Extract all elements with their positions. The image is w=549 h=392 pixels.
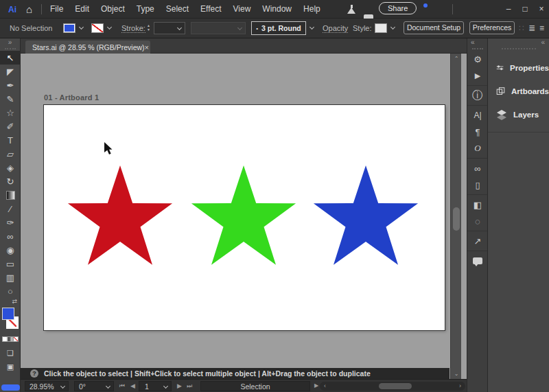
- status-expand-icon[interactable]: ▶: [314, 382, 318, 389]
- vertical-scroll-thumb[interactable]: [453, 207, 460, 231]
- menu-help[interactable]: Help: [303, 4, 321, 14]
- stroke-color-swatch[interactable]: [91, 23, 104, 33]
- style-swatch[interactable]: [375, 23, 387, 33]
- opacity-label[interactable]: Opacity: [323, 24, 348, 33]
- artboard[interactable]: [44, 105, 445, 330]
- chevron-down-icon[interactable]: [390, 25, 395, 30]
- chevron-down-icon[interactable]: [107, 25, 112, 30]
- tab-properties[interactable]: Properties: [488, 56, 549, 80]
- first-artboard-icon[interactable]: ⏮: [119, 382, 125, 390]
- comments-icon[interactable]: [467, 253, 488, 269]
- character-icon[interactable]: A|: [467, 107, 488, 124]
- tab-artboards[interactable]: Artboards: [488, 80, 549, 103]
- scroll-right-icon[interactable]: ›: [459, 382, 461, 391]
- knife-tool[interactable]: ∕: [0, 202, 21, 216]
- stroke-label[interactable]: Stroke:: [121, 24, 145, 33]
- screen-mode-icon[interactable]: ▣: [0, 360, 21, 373]
- collapse-panel-icon[interactable]: «: [467, 38, 487, 47]
- last-artboard-icon[interactable]: ⏭: [187, 382, 192, 390]
- chevron-down-icon[interactable]: [309, 25, 314, 30]
- menu-view[interactable]: View: [233, 4, 252, 14]
- vertical-scrollbar[interactable]: ⌃ ⌄: [450, 54, 461, 379]
- menu-file[interactable]: File: [49, 4, 64, 14]
- maximize-button[interactable]: □: [517, 4, 533, 14]
- fill-indicator[interactable]: [2, 308, 14, 320]
- graph-tool[interactable]: ▥: [0, 270, 21, 284]
- close-tab-icon[interactable]: ×: [145, 43, 154, 51]
- blend-tool[interactable]: ∞: [0, 229, 21, 243]
- paintbrush-tool[interactable]: ✐: [0, 119, 21, 133]
- stroke-width-dropdown[interactable]: [154, 22, 185, 34]
- artboard-label[interactable]: 01 - Artboard 1: [44, 93, 99, 102]
- actions-play-icon[interactable]: ▶: [467, 67, 488, 84]
- brush-definition-dropdown[interactable]: • 3 pt. Round: [251, 21, 306, 35]
- rotate-tool[interactable]: ↻: [0, 174, 21, 188]
- minimize-button[interactable]: –: [501, 4, 516, 14]
- horizontal-scrollbar[interactable]: ‹ ›: [320, 382, 465, 391]
- scroll-up-icon[interactable]: ⌃: [451, 56, 462, 62]
- symbol-sprayer-tool[interactable]: ◉: [0, 243, 21, 257]
- horizontal-scroll-thumb[interactable]: [379, 383, 412, 389]
- gears-icon[interactable]: ⚙: [467, 51, 488, 67]
- drag-handle[interactable]: [472, 48, 483, 49]
- eyedropper-tool[interactable]: ✑: [0, 216, 21, 229]
- drag-handle[interactable]: [5, 48, 16, 49]
- collapse-panel-icon[interactable]: «: [488, 38, 549, 47]
- shaper-tool[interactable]: ▱: [0, 147, 21, 161]
- menu-effect[interactable]: Effect: [200, 4, 222, 14]
- list-menu-icon[interactable]: ≡: [539, 23, 544, 33]
- pathfinder-icon[interactable]: ◧: [467, 196, 488, 213]
- swap-fill-stroke-icon[interactable]: ⇄: [0, 298, 20, 308]
- align-icon[interactable]: ≣: [528, 23, 535, 33]
- chevron-down-icon[interactable]: [79, 25, 84, 30]
- eraser-tool[interactable]: ◈: [0, 161, 21, 174]
- artboard-tool[interactable]: ▭: [0, 257, 21, 270]
- menu-window[interactable]: Window: [261, 4, 292, 14]
- beaker-icon[interactable]: [347, 5, 356, 14]
- menu-object[interactable]: Object: [100, 4, 126, 14]
- home-icon[interactable]: ⌂: [26, 3, 32, 15]
- curvature-tool[interactable]: ✎: [0, 92, 21, 106]
- export-icon[interactable]: ↗: [467, 233, 488, 249]
- document-tab[interactable]: Stars.ai @ 28.95 % (RGB/Preview) ×: [25, 41, 150, 54]
- gradient-swatch-icon[interactable]: [8, 336, 13, 342]
- selection-tool[interactable]: ↖: [0, 51, 21, 65]
- gradient-tool[interactable]: [0, 188, 21, 202]
- scroll-left-icon[interactable]: ‹: [324, 382, 326, 391]
- color-swatch-icon[interactable]: [2, 336, 8, 342]
- pen-tool[interactable]: ✒: [0, 78, 21, 92]
- share-button[interactable]: Share: [379, 2, 417, 14]
- document-setup-button[interactable]: Document Setup: [404, 21, 464, 34]
- links-icon[interactable]: ∞: [467, 160, 488, 176]
- draw-mode-icon[interactable]: ❏: [0, 346, 21, 360]
- opentype-icon[interactable]: O: [467, 140, 488, 157]
- close-button[interactable]: ×: [534, 4, 549, 14]
- canvas[interactable]: 01 - Artboard 1 ⌃ ⌄ ? Click the object t…: [21, 54, 467, 379]
- type-tool[interactable]: T: [0, 133, 21, 147]
- drag-handle[interactable]: [502, 48, 536, 49]
- info-icon[interactable]: ⓘ: [467, 87, 488, 104]
- artboard-number-dropdown[interactable]: 1: [139, 381, 172, 391]
- menu-edit[interactable]: Edit: [74, 4, 90, 14]
- next-artboard-icon[interactable]: ▶: [177, 382, 182, 389]
- prev-artboard-icon[interactable]: ◀: [130, 382, 135, 389]
- status-tool-field[interactable]: Selection: [200, 381, 310, 391]
- zoom-tool[interactable]: ○: [0, 284, 21, 298]
- menu-select[interactable]: Select: [165, 4, 189, 14]
- stroke-width-stepper[interactable]: ▲▼: [147, 24, 150, 32]
- rotation-dropdown[interactable]: 0°: [74, 381, 114, 391]
- help-icon[interactable]: ?: [30, 369, 38, 378]
- menu-type[interactable]: Type: [136, 4, 155, 14]
- direct-selection-tool[interactable]: ◤: [0, 65, 21, 78]
- fill-color-swatch[interactable]: [63, 23, 75, 33]
- scroll-down-icon[interactable]: ⌄: [451, 371, 462, 377]
- libraries-icon[interactable]: ▯: [467, 176, 488, 193]
- star-shape-tool[interactable]: ☆: [0, 106, 21, 119]
- tab-layers[interactable]: Layers: [488, 103, 549, 126]
- preferences-button[interactable]: Preferences: [469, 21, 515, 34]
- zoom-level-dropdown[interactable]: 28.95%: [25, 381, 69, 391]
- paragraph-icon[interactable]: ¶: [467, 124, 488, 140]
- none-swatch-icon[interactable]: [13, 336, 19, 342]
- brushes-icon[interactable]: ◌: [467, 213, 488, 229]
- expand-panel-icon[interactable]: »: [0, 38, 20, 47]
